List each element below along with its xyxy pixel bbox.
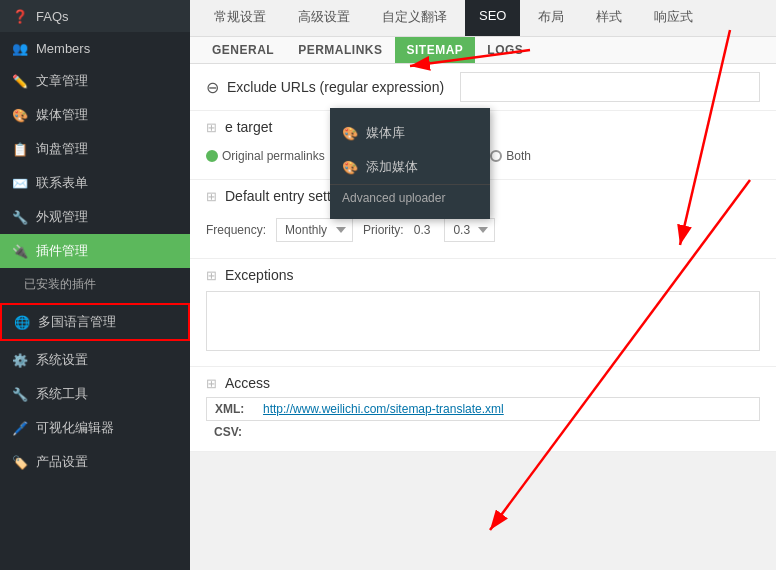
radio-both[interactable]: Both [490,149,531,163]
sidebar-item-label: Members [36,41,90,56]
sidebar-item-label: 多国语言管理 [38,313,116,331]
hreflang-grid-icon: ⊞ [206,120,217,135]
access-section: ⊞ Access XML: http://www.weilichi.com/si… [190,367,776,452]
priority-select[interactable]: 0.3 0.0 0.1 0.2 0.4 0.5 0.6 0.7 0.8 0.9 … [444,218,495,242]
sidebar-item-label: 外观管理 [36,208,88,226]
sidebar-item-appearance[interactable]: 🔧 外观管理 [0,200,190,234]
xml-row: XML: http://www.weilichi.com/sitemap-tra… [206,397,760,421]
add-media-icon: 🎨 [342,160,358,175]
media-library-icon: 🎨 [342,126,358,141]
hreflang-label: e target [225,119,272,135]
tab-style[interactable]: 样式 [582,0,636,36]
tab-advanced-settings[interactable]: 高级设置 [284,0,364,36]
appearance-icon: 🔧 [12,209,28,225]
sidebar-item-label: FAQs [36,9,69,24]
plugins-icon: 🔌 [12,243,28,259]
sidebar-item-label: 插件管理 [36,242,88,260]
exceptions-section: ⊞ Exceptions [190,259,776,367]
system-settings-icon: ⚙️ [12,352,28,368]
exceptions-textarea[interactable] [206,291,760,351]
exclude-urls-label: Exclude URLs (regular expression) [227,79,444,95]
subtab-logs[interactable]: LOGS [475,37,535,63]
tab-seo[interactable]: SEO [465,0,520,36]
exclude-urls-icon: ⊖ [206,78,219,97]
sidebar-item-label: 媒体管理 [36,106,88,124]
top-tabs: 常规设置 高级设置 自定义翻译 SEO 布局 样式 响应式 [190,0,776,37]
exceptions-grid-icon: ⊞ [206,268,217,283]
subtab-permalinks[interactable]: PERMALINKS [286,37,394,63]
tab-custom-translate[interactable]: 自定义翻译 [368,0,461,36]
sub-tabs: GENERAL PERMALINKS SITEMAP LOGS [190,37,776,64]
sidebar-item-label: 联系表单 [36,174,88,192]
exclude-urls-input[interactable] [460,72,760,102]
faqs-icon: ❓ [12,8,28,24]
default-entry-grid-icon: ⊞ [206,189,217,204]
sidebar-item-faqs[interactable]: ❓ FAQs [0,0,190,32]
sidebar-item-multilang[interactable]: 🌐 多国语言管理 [0,303,190,341]
frequency-label: Frequency: [206,223,266,237]
dropdown-item-add-media[interactable]: 🎨 添加媒体 [330,150,490,184]
subtab-sitemap[interactable]: SITEMAP [395,37,476,63]
sidebar-item-system-tools[interactable]: 🔧 系统工具 [0,377,190,411]
dropdown-item-media-library[interactable]: 🎨 媒体库 [330,116,490,150]
csv-row: CSV: [206,421,760,443]
tab-general-settings[interactable]: 常规设置 [200,0,280,36]
frequency-select[interactable]: Monthly Always Hourly Daily Weekly Yearl… [276,218,353,242]
product-settings-icon: 🏷️ [12,454,28,470]
visual-editor-icon: 🖊️ [12,420,28,436]
sidebar-item-members[interactable]: 👥 Members [0,32,190,64]
main-content: 常规设置 高级设置 自定义翻译 SEO 布局 样式 响应式 [190,0,776,570]
radio-dot-original [206,150,218,162]
sidebar-item-label: 可视化编辑器 [36,419,114,437]
sidebar-item-label: 产品设置 [36,453,88,471]
tab-layout[interactable]: 布局 [524,0,578,36]
contact-icon: ✉️ [12,175,28,191]
sidebar-item-label: 系统设置 [36,351,88,369]
sidebar-item-product-settings[interactable]: 🏷️ 产品设置 [0,445,190,479]
tab-responsive[interactable]: 响应式 [640,0,707,36]
sidebar-item-label: 系统工具 [36,385,88,403]
sidebar-item-contact[interactable]: ✉️ 联系表单 [0,166,190,200]
radio-empty-both [490,150,502,162]
system-tools-icon: 🔧 [12,386,28,402]
priority-label: Priority: [363,223,404,237]
xml-link[interactable]: http://www.weilichi.com/sitemap-translat… [263,402,504,416]
media-icon: 🎨 [12,107,28,123]
sidebar-item-articles[interactable]: ✏️ 文章管理 [0,64,190,98]
csv-label: CSV: [214,425,254,439]
exceptions-label: Exceptions [225,267,293,283]
xml-label: XML: [215,402,255,416]
priority-value: 0.3 [414,223,431,237]
sidebar-item-inquiries[interactable]: 📋 询盘管理 [0,132,190,166]
sidebar-item-visual-editor[interactable]: 🖊️ 可视化编辑器 [0,411,190,445]
multilang-icon: 🌐 [14,314,30,330]
sidebar-item-label: 询盘管理 [36,140,88,158]
exclude-urls-section: ⊖ Exclude URLs (regular expression) [190,64,776,111]
access-label: Access [225,375,270,391]
sidebar-item-system-settings[interactable]: ⚙️ 系统设置 [0,343,190,377]
sidebar-item-label: 已安装的插件 [24,276,96,293]
inquiries-icon: 📋 [12,141,28,157]
members-icon: 👥 [12,40,28,56]
media-dropdown: 🎨 媒体库 🎨 添加媒体 Advanced uploader [330,108,490,219]
sidebar-item-plugins[interactable]: 🔌 插件管理 [0,234,190,268]
subtab-general[interactable]: GENERAL [200,37,286,63]
dropdown-advanced-uploader[interactable]: Advanced uploader [330,184,490,211]
sidebar-item-installed-plugins[interactable]: 已安装的插件 [0,268,190,301]
sidebar: ❓ FAQs 👥 Members ✏️ 文章管理 🎨 媒体管理 📋 询盘管理 ✉… [0,0,190,570]
sidebar-item-media[interactable]: 🎨 媒体管理 [0,98,190,132]
radio-original-permalinks[interactable]: Original permalinks [206,149,325,163]
articles-icon: ✏️ [12,73,28,89]
sidebar-item-label: 文章管理 [36,72,88,90]
access-grid-icon: ⊞ [206,376,217,391]
